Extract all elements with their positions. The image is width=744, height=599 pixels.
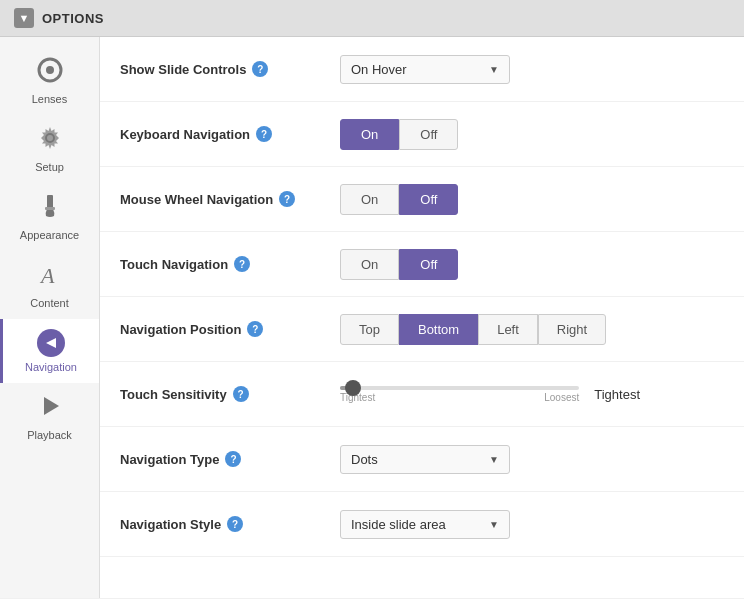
touch-navigation-label: Touch Navigation: [120, 257, 228, 272]
keyboard-nav-on-button[interactable]: On: [340, 119, 399, 150]
touch-sensitivity-track: Tightest Loosest: [340, 384, 579, 404]
sidebar-label-appearance: Appearance: [20, 229, 79, 241]
sidebar-label-lenses: Lenses: [32, 93, 67, 105]
svg-rect-3: [47, 195, 53, 209]
show-slide-controls-label: Show Slide Controls: [120, 62, 246, 77]
touch-navigation-row: Touch Navigation ? On Off: [100, 232, 744, 297]
sidebar-label-content: Content: [30, 297, 69, 309]
navigation-type-label: Navigation Type: [120, 452, 219, 467]
keyboard-navigation-help[interactable]: ?: [256, 126, 272, 142]
navigation-position-group: Top Bottom Left Right: [340, 314, 606, 345]
touch-sensitivity-slider-wrapper: Tightest Loosest Tightest: [340, 384, 640, 404]
sidebar-label-setup: Setup: [35, 161, 64, 173]
sidebar-item-playback[interactable]: Playback: [0, 383, 99, 451]
navigation-type-help[interactable]: ?: [225, 451, 241, 467]
navigation-type-dropdown[interactable]: Dots ▼: [340, 445, 510, 474]
gear-icon: [37, 125, 63, 157]
slider-thumb[interactable]: [345, 380, 361, 396]
slider-max-label: Loosest: [544, 392, 579, 403]
touch-nav-off-button[interactable]: Off: [399, 249, 458, 280]
svg-rect-4: [45, 207, 55, 210]
touch-navigation-help[interactable]: ?: [234, 256, 250, 272]
text-icon: A: [37, 261, 63, 293]
options-header: ▼ OPTIONS: [0, 0, 744, 37]
mouse-wheel-nav-on-button[interactable]: On: [340, 184, 399, 215]
navigation-style-dropdown[interactable]: Inside slide area ▼: [340, 510, 510, 539]
keyboard-navigation-row: Keyboard Navigation ? On Off: [100, 102, 744, 167]
navigation-position-label: Navigation Position: [120, 322, 241, 337]
nav-pos-right-button[interactable]: Right: [538, 314, 606, 345]
nav-type-dropdown-arrow: ▼: [489, 454, 499, 465]
navigation-style-value: Inside slide area: [351, 517, 446, 532]
sidebar-item-content[interactable]: A Content: [0, 251, 99, 319]
show-slide-controls-value: On Hover: [351, 62, 407, 77]
keyboard-navigation-toggle: On Off: [340, 119, 458, 150]
dropdown-arrow: ▼: [489, 64, 499, 75]
nav-style-dropdown-arrow: ▼: [489, 519, 499, 530]
touch-sensitivity-help[interactable]: ?: [233, 386, 249, 402]
navigation-position-row: Navigation Position ? Top Bottom Left Ri…: [100, 297, 744, 362]
sidebar-label-playback: Playback: [27, 429, 72, 441]
svg-marker-7: [44, 397, 59, 415]
navigation-style-label: Navigation Style: [120, 517, 221, 532]
nav-pos-left-button[interactable]: Left: [478, 314, 538, 345]
svg-text:A: A: [39, 263, 55, 287]
lenses-icon: [37, 57, 63, 89]
sidebar-label-navigation: Navigation: [25, 361, 77, 373]
mouse-wheel-navigation-label: Mouse Wheel Navigation: [120, 192, 273, 207]
show-slide-controls-row: Show Slide Controls ? On Hover ▼: [100, 37, 744, 102]
play-icon: [37, 393, 63, 425]
brush-icon: [37, 193, 63, 225]
touch-nav-on-button[interactable]: On: [340, 249, 399, 280]
keyboard-nav-off-button[interactable]: Off: [399, 119, 458, 150]
sidebar-item-setup[interactable]: Setup: [0, 115, 99, 183]
sidebar-item-navigation[interactable]: Navigation: [0, 319, 99, 383]
mouse-wheel-navigation-help[interactable]: ?: [279, 191, 295, 207]
slider-rail: [340, 386, 579, 390]
navigation-style-row: Navigation Style ? Inside slide area ▼: [100, 492, 744, 557]
navigation-position-help[interactable]: ?: [247, 321, 263, 337]
collapse-button[interactable]: ▼: [14, 8, 34, 28]
svg-point-1: [46, 66, 54, 74]
navigation-type-row: Navigation Type ? Dots ▼: [100, 427, 744, 492]
main-layout: Lenses Setup Appearance: [0, 37, 744, 598]
navigation-style-help[interactable]: ?: [227, 516, 243, 532]
nav-pos-bottom-button[interactable]: Bottom: [399, 314, 478, 345]
sidebar: Lenses Setup Appearance: [0, 37, 100, 598]
mouse-wheel-navigation-row: Mouse Wheel Navigation ? On Off: [100, 167, 744, 232]
header-title: OPTIONS: [42, 11, 104, 26]
options-content: Show Slide Controls ? On Hover ▼ Keyboar…: [100, 37, 744, 598]
show-slide-controls-dropdown[interactable]: On Hover ▼: [340, 55, 510, 84]
show-slide-controls-help[interactable]: ?: [252, 61, 268, 77]
mouse-wheel-navigation-toggle: On Off: [340, 184, 458, 215]
nav-icon: [37, 329, 65, 357]
mouse-wheel-nav-off-button[interactable]: Off: [399, 184, 458, 215]
touch-sensitivity-label: Touch Sensitivity: [120, 387, 227, 402]
keyboard-navigation-label: Keyboard Navigation: [120, 127, 250, 142]
touch-sensitivity-row: Touch Sensitivity ? Tightest Loosest: [100, 362, 744, 427]
touch-sensitivity-value: Tightest: [594, 387, 640, 402]
navigation-type-value: Dots: [351, 452, 378, 467]
touch-navigation-toggle: On Off: [340, 249, 458, 280]
sidebar-item-lenses[interactable]: Lenses: [0, 47, 99, 115]
nav-pos-top-button[interactable]: Top: [340, 314, 399, 345]
sidebar-item-appearance[interactable]: Appearance: [0, 183, 99, 251]
svg-marker-6: [46, 338, 56, 348]
